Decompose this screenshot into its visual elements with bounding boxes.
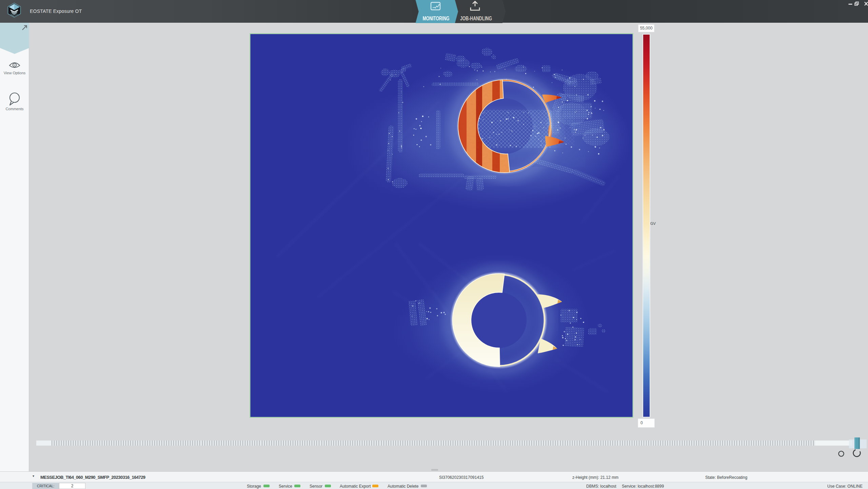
- svg-text:JOB-HANDLING: JOB-HANDLING: [460, 15, 492, 22]
- svg-text:MONITORING: MONITORING: [423, 15, 450, 22]
